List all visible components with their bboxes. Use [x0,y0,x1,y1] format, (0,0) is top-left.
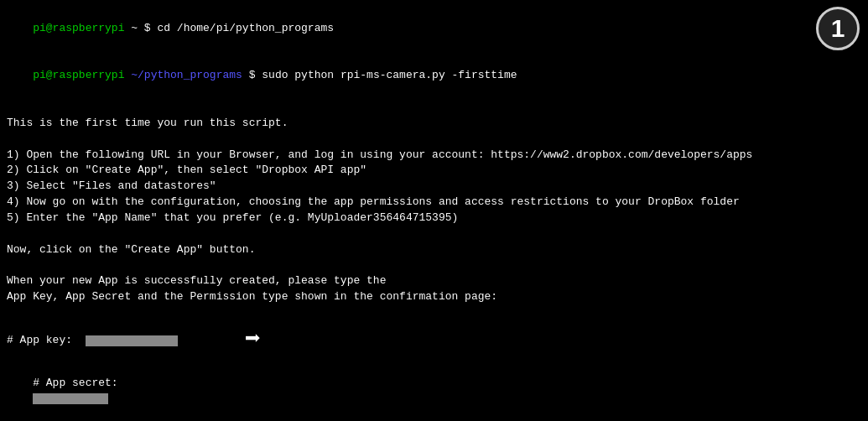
user-host-1: pi@raspberrypi [33,22,124,34]
blank-3 [7,226,861,242]
blank-1 [7,100,861,116]
terminal-window: 1 pi@raspberrypi ~ $ cd /home/pi/python_… [0,0,868,421]
path-2: ~/python_programs [131,69,242,81]
blank-4 [7,258,861,274]
when-created-2: App Key, App Secret and the Permission t… [7,289,861,305]
blank-2 [7,132,861,148]
step-1: 1) Open the following URL in your Browse… [7,148,861,164]
step-3: 3) Select "Files and datastores" [7,179,861,195]
arrow-1: ➡ [245,321,261,360]
when-created-1: When your new App is successfully create… [7,273,861,289]
user-host-2: pi@raspberrypi [33,69,124,81]
step-4: 4) Now go on with the configuration, cho… [7,195,861,210]
first-time-msg: This is the first time you run this scri… [7,116,861,132]
create-app-msg: Now, click on the "Create App" button. [7,242,861,258]
prompt-line-2: pi@raspberrypi ~/python_programs $ sudo … [7,53,861,101]
app-key-value [86,335,178,346]
step-badge: 1 [816,7,860,50]
step-5: 5) Enter the "App Name" that you prefer … [7,210,861,226]
badge-label: 1 [831,14,845,43]
app-secret-line: # App secret: [7,360,861,421]
app-key-line: # App key: ➡ [7,321,861,360]
prompt-line-1: pi@raspberrypi ~ $ cd /home/pi/python_pr… [7,5,861,53]
step-2: 2) Click on "Create App", then select "D… [7,163,861,179]
blank-5 [7,305,861,321]
app-secret-value [33,393,108,404]
